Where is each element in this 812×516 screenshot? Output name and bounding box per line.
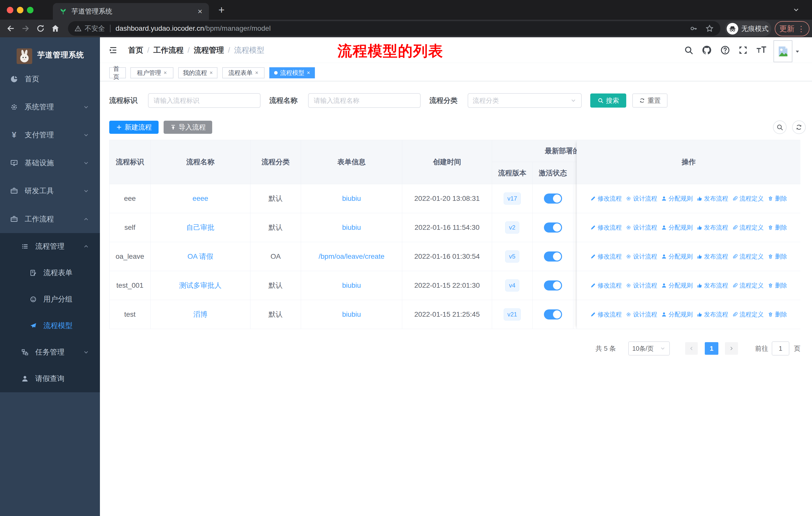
design-process-link[interactable]: 设计流程 bbox=[626, 223, 657, 232]
delete-link[interactable]: 删除 bbox=[768, 281, 787, 290]
design-process-link[interactable]: 设计流程 bbox=[626, 252, 657, 261]
process-name-link[interactable]: eeee bbox=[193, 194, 208, 202]
search-icon[interactable] bbox=[684, 45, 693, 55]
page-size-select[interactable]: 10条/页 bbox=[628, 342, 670, 355]
publish-process-link[interactable]: 发布流程 bbox=[697, 223, 728, 232]
tag-close-icon[interactable]: × bbox=[164, 70, 167, 76]
process-definition-link[interactable]: 流程定义 bbox=[732, 252, 764, 261]
breadcrumb-home[interactable]: 首页 bbox=[128, 45, 143, 55]
process-name-link[interactable]: 自己审批 bbox=[186, 223, 214, 232]
avatar-caret-down-icon[interactable] bbox=[794, 48, 801, 55]
tag-close-icon[interactable]: × bbox=[255, 70, 259, 76]
process-name-link[interactable]: OA 请假 bbox=[187, 252, 213, 261]
tag-tenant[interactable]: 租户管理 × bbox=[130, 67, 173, 78]
tab-search-chevron-icon[interactable] bbox=[792, 6, 800, 15]
maximize-window-button[interactable] bbox=[27, 7, 33, 13]
sidebar-item-process-model[interactable]: 流程模型 bbox=[0, 313, 100, 339]
close-window-button[interactable] bbox=[7, 7, 13, 13]
tag-my-process[interactable]: 我的流程 × bbox=[178, 67, 218, 78]
sidebar-item-system[interactable]: 系统管理 bbox=[0, 93, 100, 121]
create-process-button[interactable]: 新建流程 bbox=[109, 121, 158, 134]
version-badge[interactable]: v4 bbox=[505, 279, 519, 292]
user-avatar[interactable] bbox=[774, 40, 792, 62]
sidebar-item-task-management[interactable]: 任务管理 bbox=[0, 339, 100, 365]
forward-icon[interactable] bbox=[21, 24, 30, 33]
process-definition-link[interactable]: 流程定义 bbox=[732, 194, 764, 202]
reset-button[interactable]: 重置 bbox=[632, 93, 668, 108]
bookmark-star-icon[interactable] bbox=[705, 24, 714, 33]
form-info-link[interactable]: biubiu bbox=[342, 223, 361, 232]
process-name-link[interactable]: 测试多审批人 bbox=[179, 281, 222, 290]
assign-rule-link[interactable]: 分配规则 bbox=[661, 310, 693, 319]
browser-menu-dots-icon[interactable]: ⋮ bbox=[798, 24, 805, 33]
publish-process-link[interactable]: 发布流程 bbox=[697, 252, 728, 261]
browser-tab[interactable]: 芋道管理系统 × bbox=[53, 3, 209, 20]
edit-process-link[interactable]: 修改流程 bbox=[590, 223, 622, 232]
version-badge[interactable]: v5 bbox=[505, 250, 519, 263]
tab-close-icon[interactable]: × bbox=[198, 7, 202, 16]
sidebar-item-infrastructure[interactable]: 基础设施 bbox=[0, 149, 100, 177]
sidebar-item-process-management[interactable]: 流程管理 bbox=[0, 233, 100, 260]
goto-page-input[interactable] bbox=[772, 342, 789, 355]
active-toggle[interactable] bbox=[544, 193, 562, 203]
breadcrumb-process-management[interactable]: 流程管理 bbox=[194, 45, 224, 55]
publish-process-link[interactable]: 发布流程 bbox=[697, 194, 728, 202]
process-definition-link[interactable]: 流程定义 bbox=[732, 281, 764, 290]
url-bar[interactable]: 不安全 dashboard.yudao.iocoder.cn /bpm/mana… bbox=[68, 21, 720, 36]
breadcrumb-workflow[interactable]: 工作流程 bbox=[153, 45, 183, 55]
version-badge[interactable]: v2 bbox=[505, 221, 519, 234]
design-process-link[interactable]: 设计流程 bbox=[626, 194, 657, 202]
sidebar-item-home[interactable]: 首页 bbox=[0, 65, 100, 93]
active-toggle[interactable] bbox=[544, 280, 562, 291]
new-tab-button[interactable]: + bbox=[215, 4, 228, 16]
process-definition-link[interactable]: 流程定义 bbox=[732, 223, 764, 232]
sidebar-item-workflow[interactable]: 工作流程 bbox=[0, 205, 100, 233]
publish-process-link[interactable]: 发布流程 bbox=[697, 281, 728, 290]
github-icon[interactable] bbox=[701, 45, 712, 55]
tag-process-form[interactable]: 流程表单 × bbox=[222, 67, 265, 78]
sidebar-item-dev-tools[interactable]: 研发工具 bbox=[0, 177, 100, 205]
edit-process-link[interactable]: 修改流程 bbox=[590, 281, 622, 290]
home-icon[interactable] bbox=[51, 24, 60, 33]
process-category-select[interactable]: 流程分类 bbox=[468, 93, 582, 108]
design-process-link[interactable]: 设计流程 bbox=[626, 310, 657, 319]
process-name-input[interactable] bbox=[308, 93, 420, 108]
form-info-link[interactable]: /bpm/oa/leave/create bbox=[319, 252, 385, 261]
current-page-button[interactable]: 1 bbox=[705, 342, 718, 355]
form-info-link[interactable]: biubiu bbox=[342, 281, 361, 290]
next-page-button[interactable] bbox=[725, 342, 738, 355]
prev-page-button[interactable] bbox=[685, 342, 698, 355]
assign-rule-link[interactable]: 分配规则 bbox=[661, 194, 693, 202]
refresh-table-button[interactable] bbox=[792, 120, 806, 134]
edit-process-link[interactable]: 修改流程 bbox=[590, 194, 622, 202]
form-info-link[interactable]: biubiu bbox=[342, 310, 361, 319]
sidebar-item-user-group[interactable]: 用户分组 bbox=[0, 286, 100, 313]
active-toggle[interactable] bbox=[544, 251, 562, 262]
edit-process-link[interactable]: 修改流程 bbox=[590, 310, 622, 319]
import-process-button[interactable]: 导入流程 bbox=[164, 121, 212, 134]
back-icon[interactable] bbox=[6, 24, 15, 33]
active-toggle[interactable] bbox=[544, 309, 562, 320]
reload-icon[interactable] bbox=[36, 24, 45, 33]
process-key-input[interactable] bbox=[148, 93, 261, 108]
delete-link[interactable]: 删除 bbox=[768, 252, 787, 261]
form-info-link[interactable]: biubiu bbox=[342, 194, 361, 202]
publish-process-link[interactable]: 发布流程 bbox=[697, 310, 728, 319]
browser-update-menu[interactable]: 更新 ⋮ bbox=[775, 21, 810, 36]
assign-rule-link[interactable]: 分配规则 bbox=[661, 223, 693, 232]
password-key-icon[interactable] bbox=[690, 24, 698, 32]
tag-close-icon[interactable]: × bbox=[307, 70, 310, 76]
process-definition-link[interactable]: 流程定义 bbox=[732, 310, 764, 319]
minimize-window-button[interactable] bbox=[17, 7, 23, 13]
design-process-link[interactable]: 设计流程 bbox=[626, 281, 657, 290]
help-question-icon[interactable] bbox=[720, 45, 730, 55]
sidebar-item-leave-query[interactable]: 请假查询 bbox=[0, 365, 100, 392]
process-name-link[interactable]: 滔博 bbox=[193, 310, 207, 319]
delete-link[interactable]: 删除 bbox=[768, 310, 787, 319]
tag-close-icon[interactable]: × bbox=[210, 70, 213, 76]
sidebar-fold-icon[interactable] bbox=[108, 45, 118, 55]
edit-process-link[interactable]: 修改流程 bbox=[590, 252, 622, 261]
delete-link[interactable]: 删除 bbox=[768, 194, 787, 202]
tag-home[interactable]: 首页 bbox=[109, 67, 126, 78]
show-search-toggle-button[interactable] bbox=[773, 120, 787, 134]
